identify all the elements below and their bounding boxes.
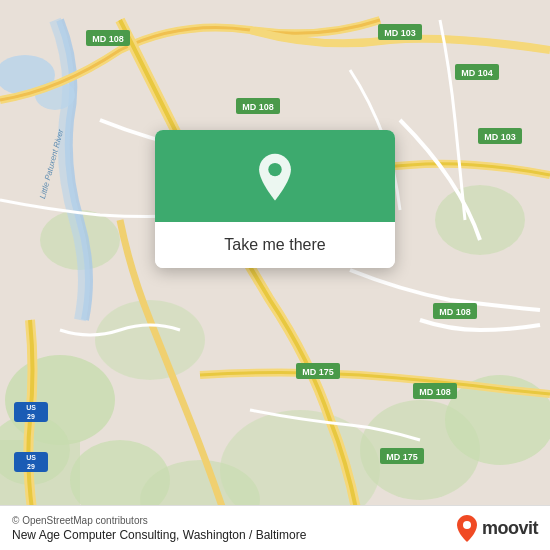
moovit-text: moovit — [482, 518, 538, 539]
bottom-bar: © OpenStreetMap contributors New Age Com… — [0, 505, 550, 550]
svg-text:29: 29 — [27, 463, 35, 470]
svg-point-9 — [435, 185, 525, 255]
location-pin-icon — [249, 152, 301, 204]
svg-text:MD 103: MD 103 — [384, 28, 416, 38]
svg-text:MD 108: MD 108 — [439, 307, 471, 317]
svg-point-41 — [268, 163, 281, 176]
popup-card: Take me there — [155, 130, 395, 268]
bottom-left: © OpenStreetMap contributors New Age Com… — [12, 515, 306, 542]
svg-text:29: 29 — [27, 413, 35, 420]
svg-text:US: US — [26, 404, 36, 411]
map-background: Little Patuxent River — [0, 0, 550, 550]
svg-text:MD 104: MD 104 — [461, 68, 493, 78]
svg-text:MD 175: MD 175 — [302, 367, 334, 377]
svg-text:MD 103: MD 103 — [484, 132, 516, 142]
svg-point-42 — [463, 521, 471, 529]
svg-text:MD 175: MD 175 — [386, 452, 418, 462]
moovit-logo: moovit — [456, 514, 538, 542]
map-container: Little Patuxent River — [0, 0, 550, 550]
svg-text:MD 108: MD 108 — [92, 34, 124, 44]
take-me-there-button[interactable]: Take me there — [155, 222, 395, 268]
svg-text:MD 108: MD 108 — [419, 387, 451, 397]
moovit-pin-icon — [456, 514, 478, 542]
popup-header — [155, 130, 395, 222]
svg-text:MD 108: MD 108 — [242, 102, 274, 112]
attribution-text: © OpenStreetMap contributors — [12, 515, 306, 526]
location-name: New Age Computer Consulting, Washington … — [12, 528, 306, 542]
svg-text:US: US — [26, 454, 36, 461]
